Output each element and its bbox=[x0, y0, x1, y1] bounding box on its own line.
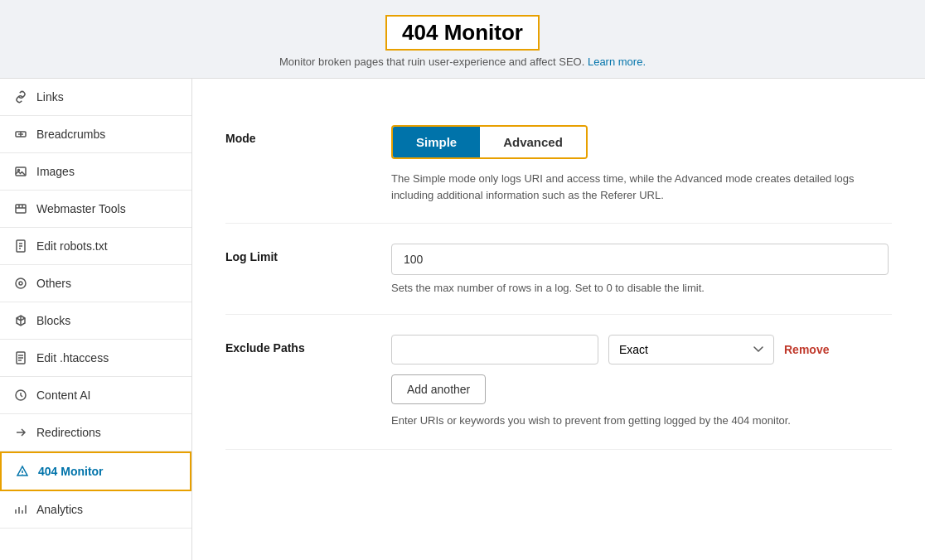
mode-toggle: Simple Advanced bbox=[391, 125, 588, 159]
svg-point-5 bbox=[16, 278, 26, 288]
sidebar-item-content-ai[interactable]: Content AI bbox=[0, 377, 191, 414]
404-monitor-icon bbox=[15, 464, 30, 479]
svg-rect-3 bbox=[16, 205, 26, 213]
sidebar-label-content-ai: Content AI bbox=[36, 389, 90, 402]
page-subtitle: Monitor broken pages that ruin user-expe… bbox=[0, 56, 925, 68]
exclude-paths-row: Exclude Paths Exact Contains Starts With… bbox=[225, 315, 892, 450]
images-icon bbox=[13, 164, 28, 179]
sidebar-item-analytics[interactable]: Analytics bbox=[0, 491, 191, 529]
sidebar-label-breadcrumbs: Breadcrumbs bbox=[36, 128, 105, 141]
exclude-path-input[interactable] bbox=[391, 335, 598, 364]
blocks-icon bbox=[13, 313, 28, 328]
log-limit-input[interactable] bbox=[391, 244, 889, 275]
mode-row: Mode Simple Advanced The Simple mode onl… bbox=[225, 105, 892, 224]
log-limit-label: Log Limit bbox=[225, 244, 358, 263]
links-icon bbox=[13, 89, 28, 104]
sidebar-item-images[interactable]: Images bbox=[0, 153, 191, 191]
edit-htaccess-icon bbox=[13, 350, 28, 365]
sidebar-item-redirections[interactable]: Redirections bbox=[0, 414, 191, 451]
sidebar-label-redirections: Redirections bbox=[36, 426, 101, 439]
learn-more-link[interactable]: Learn more. bbox=[588, 56, 646, 68]
exclude-hint: Enter URIs or keywords you wish to preve… bbox=[391, 413, 892, 429]
breadcrumbs-icon bbox=[13, 127, 28, 142]
sidebar-label-others: Others bbox=[36, 277, 71, 290]
sidebar-label-webmaster-tools: Webmaster Tools bbox=[36, 202, 126, 215]
log-limit-hint: Sets the max number of rows in a log. Se… bbox=[391, 282, 892, 294]
mode-advanced-button[interactable]: Advanced bbox=[480, 127, 586, 157]
sidebar-item-blocks[interactable]: Blocks bbox=[0, 302, 191, 340]
mode-simple-button[interactable]: Simple bbox=[393, 127, 480, 157]
mode-description: The Simple mode only logs URI and access… bbox=[391, 171, 889, 203]
sidebar-label-links: Links bbox=[36, 90, 64, 104]
analytics-icon bbox=[13, 502, 28, 517]
mode-control-area: Simple Advanced The Simple mode only log… bbox=[391, 125, 892, 203]
sidebar-label-edit-robots: Edit robots.txt bbox=[36, 239, 108, 253]
sidebar: Links Breadcrumbs Images bbox=[0, 79, 192, 560]
exclude-paths-label: Exclude Paths bbox=[225, 335, 358, 355]
sidebar-item-breadcrumbs[interactable]: Breadcrumbs bbox=[0, 116, 191, 153]
sidebar-label-404-monitor: 404 Monitor bbox=[38, 465, 104, 478]
others-icon bbox=[13, 276, 28, 291]
log-limit-control-area: Sets the max number of rows in a log. Se… bbox=[391, 244, 892, 294]
mode-label: Mode bbox=[225, 125, 358, 145]
content-ai-icon bbox=[13, 388, 28, 403]
log-limit-row: Log Limit Sets the max number of rows in… bbox=[225, 224, 892, 315]
page-header: 404 Monitor Monitor broken pages that ru… bbox=[0, 0, 925, 79]
redirections-icon bbox=[13, 425, 28, 440]
sidebar-label-blocks: Blocks bbox=[36, 314, 70, 327]
body-layout: Links Breadcrumbs Images bbox=[0, 79, 925, 560]
remove-button[interactable]: Remove bbox=[784, 343, 829, 356]
sidebar-item-webmaster-tools[interactable]: Webmaster Tools bbox=[0, 191, 191, 228]
webmaster-tools-icon bbox=[13, 201, 28, 216]
sidebar-item-others[interactable]: Others bbox=[0, 265, 191, 302]
add-another-button[interactable]: Add another bbox=[391, 374, 486, 404]
sidebar-item-links[interactable]: Links bbox=[0, 79, 191, 116]
sidebar-item-404-monitor[interactable]: 404 Monitor bbox=[0, 451, 191, 491]
main-content: Mode Simple Advanced The Simple mode onl… bbox=[192, 79, 925, 560]
page-title: 404 Monitor bbox=[385, 15, 540, 51]
exclude-paths-control-area: Exact Contains Starts With Ends With Reg… bbox=[391, 335, 892, 429]
sidebar-item-edit-htaccess[interactable]: Edit .htaccess bbox=[0, 340, 191, 377]
sidebar-label-edit-htaccess: Edit .htaccess bbox=[36, 351, 109, 364]
exclude-path-entry: Exact Contains Starts With Ends With Reg… bbox=[391, 335, 892, 364]
svg-point-6 bbox=[19, 282, 22, 285]
exclude-type-select[interactable]: Exact Contains Starts With Ends With Reg… bbox=[608, 335, 774, 364]
edit-robots-icon bbox=[13, 239, 28, 253]
sidebar-item-edit-robots[interactable]: Edit robots.txt bbox=[0, 228, 191, 265]
sidebar-label-images: Images bbox=[36, 165, 75, 178]
sidebar-label-analytics: Analytics bbox=[36, 503, 83, 516]
